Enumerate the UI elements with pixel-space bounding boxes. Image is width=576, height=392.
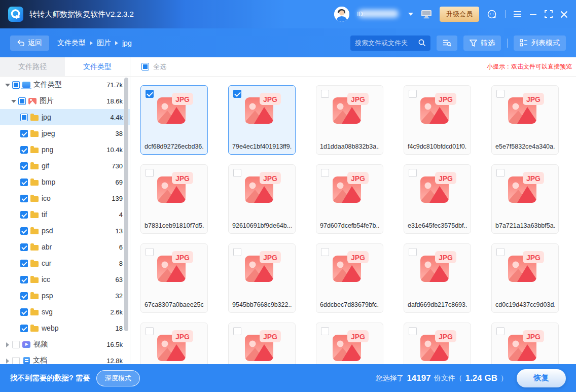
tree-row[interactable]: psd 13 — [0, 223, 130, 239]
expand-arrow-icon[interactable] — [5, 359, 10, 363]
search-icon[interactable] — [418, 39, 426, 47]
file-card[interactable]: JPG f4c9dc810bfdcd01f0... — [404, 85, 471, 155]
file-card[interactable]: JPG — [491, 323, 559, 364]
menu-icon[interactable] — [513, 11, 522, 18]
file-checkbox[interactable] — [496, 327, 505, 335]
tree-row[interactable]: jpeg 38 — [0, 125, 130, 141]
tree-checkbox[interactable] — [12, 81, 20, 89]
file-card[interactable]: JPG 9545bb7668c9b322... — [228, 243, 296, 313]
select-all[interactable]: 全选 — [141, 57, 166, 76]
select-all-checkbox[interactable] — [141, 63, 149, 70]
tree-row[interactable]: bmp 69 — [0, 174, 130, 190]
tree-checkbox[interactable] — [20, 260, 28, 267]
close-icon[interactable] — [560, 11, 568, 18]
file-card[interactable]: JPG 92610691bf9de64b... — [228, 164, 296, 234]
tree-row[interactable]: tif 4 — [0, 206, 130, 223]
upgrade-vip-button[interactable]: 升级会员 — [440, 7, 479, 22]
file-checkbox[interactable] — [409, 327, 417, 335]
tree-checkbox[interactable] — [20, 195, 28, 202]
file-checkbox[interactable] — [409, 90, 417, 98]
breadcrumb-image[interactable]: 图片 — [97, 39, 111, 48]
customer-service-icon[interactable] — [487, 9, 497, 20]
tree-row[interactable]: jpg 4.4k — [0, 109, 130, 125]
tree-row[interactable]: psp 32 — [0, 288, 130, 304]
file-checkbox[interactable] — [146, 90, 154, 98]
file-checkbox[interactable] — [233, 169, 241, 177]
file-card[interactable]: JPG e5e7f5832ce4a340a... — [491, 85, 559, 155]
file-checkbox[interactable] — [146, 327, 154, 335]
tree-checkbox[interactable] — [20, 146, 28, 154]
tree-row[interactable]: abr 6 — [0, 239, 130, 255]
tree-row[interactable]: png 10.4k — [0, 141, 130, 158]
recover-button[interactable]: 恢复 — [517, 369, 566, 387]
file-checkbox[interactable] — [321, 90, 329, 98]
tree-checkbox[interactable] — [20, 308, 28, 316]
breadcrumb-jpg[interactable]: jpg — [122, 39, 132, 47]
tree-checkbox[interactable] — [20, 179, 28, 186]
tree-row[interactable]: gif 730 — [0, 158, 130, 174]
file-card[interactable]: JPG b7831ceb91810f7d5... — [140, 164, 208, 234]
file-checkbox[interactable] — [409, 169, 417, 177]
back-button[interactable]: 返回 — [10, 35, 49, 51]
file-card[interactable]: JPG — [140, 323, 208, 364]
tree-row[interactable]: webp 18 — [0, 320, 130, 336]
tree-row[interactable]: 视频 16.5k — [0, 336, 130, 352]
tree-row[interactable]: cur 8 — [0, 255, 130, 271]
search-box[interactable] — [350, 35, 430, 51]
file-card[interactable]: JPG e31e645fec3575dbf... — [404, 164, 471, 234]
file-checkbox[interactable] — [146, 248, 154, 256]
filter-button[interactable]: 筛选 — [463, 35, 501, 51]
file-card[interactable]: JPG — [404, 323, 471, 364]
tree-row[interactable]: svg 2.6k — [0, 304, 130, 320]
tree-checkbox[interactable] — [20, 114, 28, 121]
tree-checkbox[interactable] — [20, 211, 28, 219]
list-mode-button[interactable]: 列表模式 — [514, 35, 566, 51]
file-card[interactable]: JPG dcf68d92726ecbd36... — [140, 85, 208, 155]
user-avatar[interactable] — [334, 7, 349, 22]
minimize-icon[interactable] — [529, 11, 537, 18]
tree-row[interactable]: ico 139 — [0, 190, 130, 206]
expand-arrow-icon[interactable] — [5, 342, 10, 347]
user-id[interactable]: ID: — [357, 10, 401, 19]
tree-row[interactable]: 文档 12.8k — [0, 352, 130, 364]
chevron-down-icon[interactable] — [408, 13, 413, 16]
file-checkbox[interactable] — [233, 90, 241, 98]
search-in-results-button[interactable] — [437, 35, 457, 51]
file-checkbox[interactable] — [496, 90, 505, 98]
file-checkbox[interactable] — [146, 169, 154, 177]
file-card[interactable]: JPG b7a721a13a63bbf5a... — [491, 164, 559, 234]
file-checkbox[interactable] — [409, 248, 417, 256]
file-card[interactable]: JPG — [228, 323, 296, 364]
tree-row[interactable]: 图片 18.6k — [0, 93, 130, 109]
monitor-icon[interactable] — [421, 10, 432, 19]
tree-checkbox[interactable] — [12, 357, 20, 365]
file-card[interactable]: JPG dafd669db217c8693... — [404, 243, 471, 313]
search-input[interactable] — [355, 39, 418, 47]
tree-checkbox[interactable] — [18, 97, 26, 105]
tree-row[interactable]: 文件类型 71.7k — [0, 77, 130, 93]
file-checkbox[interactable] — [321, 327, 329, 335]
expand-arrow-icon[interactable] — [5, 83, 10, 87]
tree-checkbox[interactable] — [20, 130, 28, 137]
file-card[interactable]: JPG 67ca8307a0baee25c... — [140, 243, 208, 313]
breadcrumb-file-type[interactable]: 文件类型 — [57, 39, 86, 48]
tree-checkbox[interactable] — [20, 276, 28, 283]
deep-mode-button[interactable]: 深度模式 — [96, 370, 140, 386]
tree-checkbox[interactable] — [20, 292, 28, 300]
file-checkbox[interactable] — [321, 169, 329, 177]
file-checkbox[interactable] — [233, 327, 241, 335]
tree-checkbox[interactable] — [20, 325, 28, 332]
file-card[interactable]: JPG — [316, 323, 383, 364]
tab-file-type[interactable]: 文件类型 — [65, 57, 130, 76]
file-card[interactable]: JPG 79e4ec1bf401913ff9... — [228, 85, 296, 155]
file-checkbox[interactable] — [496, 248, 505, 256]
file-checkbox[interactable] — [233, 248, 241, 256]
file-card[interactable]: JPG cd0c19d437cc9d03d... — [491, 243, 559, 313]
tree-checkbox[interactable] — [12, 341, 20, 348]
file-card[interactable]: JPG 97d607dcefb54fe7b... — [316, 164, 383, 234]
file-card[interactable]: JPG 1d1ddaa08b832b3a... — [316, 85, 383, 155]
tree-checkbox[interactable] — [20, 243, 28, 251]
tab-file-path[interactable]: 文件路径 — [0, 57, 65, 76]
expand-arrow-icon[interactable] — [11, 99, 16, 103]
file-checkbox[interactable] — [496, 169, 505, 177]
